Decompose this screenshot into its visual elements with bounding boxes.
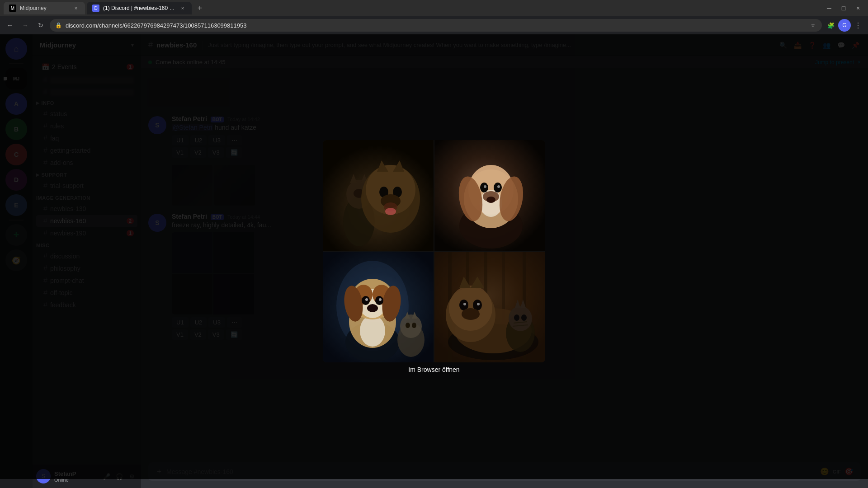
minimize-button[interactable]: ─	[823, 2, 835, 14]
svg-point-69	[509, 306, 532, 331]
star-icon[interactable]: ☆	[809, 22, 816, 29]
svg-point-65	[463, 303, 466, 305]
open-in-browser-link[interactable]: Im Browser öffnen	[408, 366, 459, 373]
tab-discord-close[interactable]: ×	[179, 5, 186, 12]
large-image-grid	[323, 140, 545, 362]
svg-point-14	[385, 208, 396, 215]
svg-point-66	[477, 303, 480, 305]
svg-point-43	[367, 304, 378, 312]
profile-button[interactable]: G	[838, 19, 851, 32]
tab-discord-favicon: D	[92, 5, 99, 12]
svg-point-25	[497, 185, 500, 188]
tab-discord-label: (1) Discord | #newbies-160 | Mid...	[103, 5, 175, 11]
svg-point-45	[400, 314, 422, 338]
svg-point-42	[379, 298, 382, 301]
large-img-2[interactable]	[434, 140, 545, 251]
back-button[interactable]: ←	[4, 19, 16, 32]
address-bar-row: ← → ↻ 🔒 discord.com/channels/66226797698…	[0, 16, 868, 34]
svg-point-49	[412, 323, 416, 328]
extensions-icon[interactable]: 🧩	[825, 19, 837, 32]
new-tab-button[interactable]: +	[193, 2, 206, 14]
overlay-inner: Im Browser öffnen	[323, 140, 545, 373]
browser-chrome: M Midjourney × D (1) Discord | #newbies-…	[0, 0, 868, 34]
svg-point-67	[462, 308, 480, 320]
restore-button[interactable]: □	[837, 2, 850, 14]
svg-point-32	[360, 315, 385, 347]
image-overlay: Im Browser öffnen	[0, 34, 868, 479]
menu-button[interactable]: ⋮	[852, 19, 864, 32]
large-img-4[interactable]	[434, 252, 545, 362]
svg-point-27	[486, 197, 495, 203]
tab-discord[interactable]: D (1) Discord | #newbies-160 | Mid... ×	[87, 2, 192, 14]
lock-icon: 🔒	[55, 22, 62, 28]
svg-point-41	[365, 298, 368, 301]
close-window-button[interactable]: ×	[852, 2, 864, 14]
tab-bar: M Midjourney × D (1) Discord | #newbies-…	[0, 0, 868, 16]
address-bar[interactable]: 🔒 discord.com/channels/66226797698429747…	[50, 19, 822, 32]
tab-mj-favicon: M	[9, 5, 16, 12]
svg-point-73	[521, 314, 527, 321]
large-img-3[interactable]	[323, 252, 434, 362]
reload-button[interactable]: ↻	[34, 19, 47, 32]
svg-point-24	[484, 185, 486, 188]
large-img-1[interactable]	[323, 140, 434, 251]
svg-point-72	[514, 314, 519, 321]
tab-mj-close[interactable]: ×	[72, 5, 80, 12]
tab-mj[interactable]: M Midjourney ×	[4, 2, 85, 14]
tab-mj-label: Midjourney	[20, 5, 47, 11]
address-text: discord.com/channels/662267976984297473/…	[66, 22, 246, 29]
forward-button[interactable]: →	[19, 19, 32, 32]
svg-point-48	[406, 323, 410, 328]
